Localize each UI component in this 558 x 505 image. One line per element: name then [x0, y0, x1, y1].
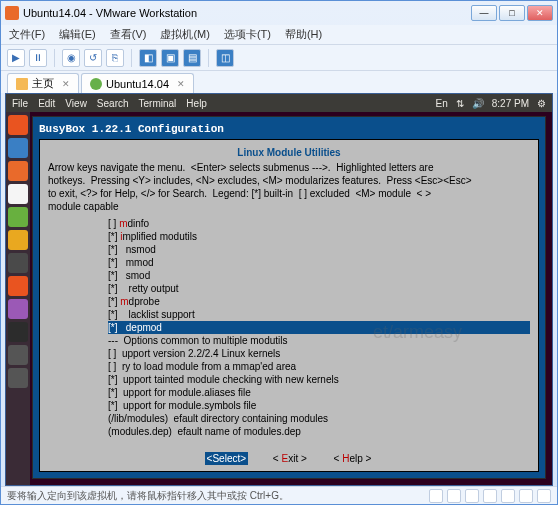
vmware-statusbar: 要将输入定向到该虚拟机，请将鼠标指针移入其中或按 Ctrl+G。 [1, 486, 557, 504]
clock[interactable]: 8:27 PM [492, 98, 529, 109]
config-help: Arrow keys navigate the menu. <Enter> se… [48, 161, 530, 213]
minimize-button[interactable]: — [471, 5, 497, 21]
tab-label: 主页 [32, 76, 54, 91]
gnome-menu-terminal[interactable]: Terminal [139, 98, 177, 109]
tab-ubuntu[interactable]: Ubuntu14.04 ✕ [81, 73, 194, 93]
launcher-item-11[interactable] [8, 368, 28, 388]
lang-indicator[interactable]: En [436, 98, 448, 109]
select-button[interactable]: <Select> [205, 452, 248, 465]
device-printer-icon[interactable] [519, 489, 533, 503]
tab-home[interactable]: 主页 ✕ [7, 73, 79, 93]
menu-file[interactable]: 文件(F) [9, 27, 45, 42]
menuconfig-box[interactable]: Linux Module Utilities Arrow keys naviga… [39, 139, 539, 472]
launcher-item-1[interactable] [8, 138, 28, 158]
config-item[interactable]: [*] upport tainted module checking with … [108, 373, 530, 386]
status-text: 要将输入定向到该虚拟机，请将鼠标指针移入其中或按 Ctrl+G。 [7, 489, 289, 503]
config-item[interactable]: [*] retty output [108, 282, 530, 295]
config-item[interactable]: [*] depmod [108, 321, 530, 334]
device-hdd-icon[interactable] [429, 489, 443, 503]
launcher-item-9[interactable] [8, 322, 28, 342]
terminal-window: BusyBox 1.22.1 Configuration Linux Modul… [32, 116, 546, 479]
launcher-item-3[interactable] [8, 184, 28, 204]
help-button[interactable]: < Help > [332, 452, 374, 465]
launcher-item-7[interactable] [8, 276, 28, 296]
config-title: BusyBox 1.22.1 Configuration [39, 123, 539, 135]
gnome-menu-file[interactable]: File [12, 98, 28, 109]
thumbnail-icon[interactable]: ◫ [216, 49, 234, 67]
gear-icon[interactable]: ⚙ [537, 98, 546, 109]
config-item[interactable]: [*] upport for module.aliases file [108, 386, 530, 399]
config-item[interactable]: (modules.dep) efault name of modules.dep [108, 425, 530, 438]
device-net-icon[interactable] [465, 489, 479, 503]
console-icon[interactable]: ▤ [183, 49, 201, 67]
config-item[interactable]: --- Options common to multiple modutils [108, 334, 530, 347]
close-tab-icon[interactable]: ✕ [177, 79, 185, 89]
menu-edit[interactable]: 编辑(E) [59, 27, 96, 42]
network-icon[interactable]: ⇅ [456, 98, 464, 109]
menu-view[interactable]: 查看(V) [110, 27, 147, 42]
close-tab-icon[interactable]: ✕ [62, 79, 70, 89]
config-section: Linux Module Utilities [48, 146, 530, 159]
tab-label: Ubuntu14.04 [106, 78, 169, 90]
config-buttons: <Select> < Exit > < Help > [48, 444, 530, 465]
unity-launcher [6, 112, 30, 485]
config-item[interactable]: [ ] ry to load module from a mmap'ed are… [108, 360, 530, 373]
device-sound-icon[interactable] [501, 489, 515, 503]
launcher-item-0[interactable] [8, 115, 28, 135]
gnome-menu-search[interactable]: Search [97, 98, 129, 109]
gnome-menu-edit[interactable]: Edit [38, 98, 55, 109]
device-cd-icon[interactable] [447, 489, 461, 503]
launcher-item-2[interactable] [8, 161, 28, 181]
revert-icon[interactable]: ↺ [84, 49, 102, 67]
vm-display[interactable]: File Edit View Search Terminal Help En ⇅… [5, 93, 553, 486]
app-icon [5, 6, 19, 20]
window-toolbar: ▶ ⏸ ◉ ↺ ⎘ ◧ ▣ ▤ ◫ [1, 45, 557, 71]
home-icon [16, 78, 28, 90]
gnome-menu-view[interactable]: View [65, 98, 87, 109]
config-item[interactable]: [*] mmod [108, 256, 530, 269]
fullscreen-icon[interactable]: ▣ [161, 49, 179, 67]
exit-button[interactable]: < Exit > [271, 452, 309, 465]
gnome-menu-help[interactable]: Help [186, 98, 207, 109]
window-menubar: 文件(F) 编辑(E) 查看(V) 虚拟机(M) 选项卡(T) 帮助(H) [1, 25, 557, 45]
launcher-item-8[interactable] [8, 299, 28, 319]
window-title: Ubuntu14.04 - VMware Workstation [23, 7, 471, 19]
launcher-item-6[interactable] [8, 253, 28, 273]
launcher-item-5[interactable] [8, 230, 28, 250]
launcher-item-4[interactable] [8, 207, 28, 227]
sound-icon[interactable]: 🔊 [472, 98, 484, 109]
ubuntu-icon [90, 78, 102, 90]
menu-vm[interactable]: 虚拟机(M) [160, 27, 210, 42]
maximize-button[interactable]: □ [499, 5, 525, 21]
window-titlebar: Ubuntu14.04 - VMware Workstation — □ ✕ [1, 1, 557, 25]
config-item[interactable]: [ ] upport version 2.2/2.4 Linux kernels [108, 347, 530, 360]
config-item[interactable]: [*] smod [108, 269, 530, 282]
vm-tabbar: 主页 ✕ Ubuntu14.04 ✕ [1, 71, 557, 93]
close-button[interactable]: ✕ [527, 5, 553, 21]
config-item[interactable]: [*] upport for module.symbols file [108, 399, 530, 412]
manage-icon[interactable]: ⎘ [106, 49, 124, 67]
power-on-icon[interactable]: ▶ [7, 49, 25, 67]
config-item[interactable]: [*] implified modutils [108, 230, 530, 243]
launcher-item-10[interactable] [8, 345, 28, 365]
menu-tabs[interactable]: 选项卡(T) [224, 27, 271, 42]
config-item[interactable]: [*] lacklist support [108, 308, 530, 321]
menu-help[interactable]: 帮助(H) [285, 27, 322, 42]
config-item[interactable]: (/lib/modules) efault directory containi… [108, 412, 530, 425]
config-item[interactable]: [ ] mdinfo [108, 217, 530, 230]
ubuntu-topbar: File Edit View Search Terminal Help En ⇅… [6, 94, 552, 112]
device-display-icon[interactable] [537, 489, 551, 503]
unity-icon[interactable]: ◧ [139, 49, 157, 67]
config-menu-list[interactable]: [ ] mdinfo[*] implified modutils[*] nsmo… [108, 217, 530, 438]
device-usb-icon[interactable] [483, 489, 497, 503]
config-item[interactable]: [*] mdprobe [108, 295, 530, 308]
suspend-icon[interactable]: ⏸ [29, 49, 47, 67]
snapshot-icon[interactable]: ◉ [62, 49, 80, 67]
config-item[interactable]: [*] nsmod [108, 243, 530, 256]
